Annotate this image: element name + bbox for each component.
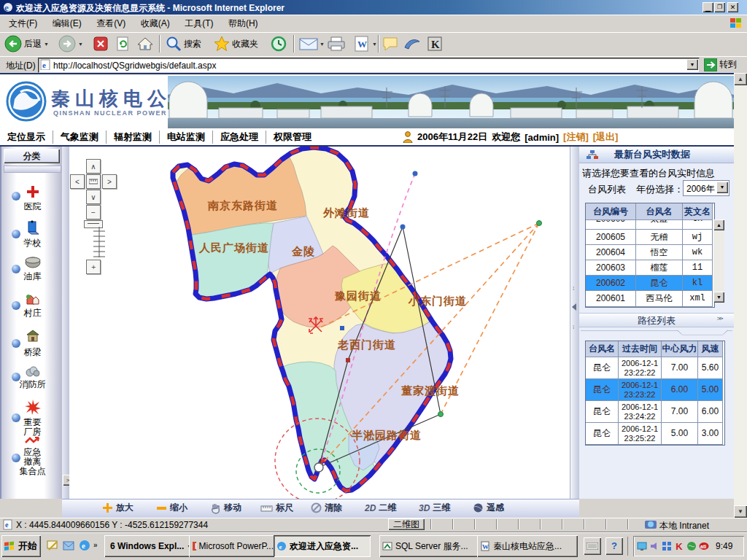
table-cell[interactable]: 7.00 bbox=[662, 357, 698, 379]
tray-display-icon[interactable] bbox=[637, 541, 647, 551]
menu-file[interactable]: 文件(F) bbox=[3, 15, 43, 33]
pan-down-button[interactable]: ∨ bbox=[86, 190, 101, 204]
exit-link[interactable]: [退出] bbox=[593, 131, 619, 144]
sidebar-item-bridge[interactable]: 桥梁 bbox=[1, 329, 63, 357]
quicklaunch-overflow-chevron[interactable]: » bbox=[93, 541, 98, 549]
table-cell[interactable]: 200603 bbox=[586, 260, 636, 276]
table-cell[interactable]: 2006-12-1 23:22:22 bbox=[619, 357, 662, 379]
favorites-button[interactable]: 收藏夹 bbox=[213, 34, 258, 53]
table-cell[interactable]: 5.00 bbox=[662, 423, 698, 445]
minimize-button[interactable]: ▁ bbox=[703, 2, 713, 12]
search-button[interactable]: 搜索 bbox=[165, 34, 201, 53]
map-tool-zoom-in[interactable]: 放大 bbox=[102, 502, 133, 514]
table-cell-selected[interactable]: 2006-12-1 23:23:22 bbox=[619, 379, 662, 401]
menu-help[interactable]: 帮助(H) bbox=[222, 15, 264, 33]
menu-tools[interactable]: 工具(T) bbox=[179, 15, 219, 33]
path-list-header[interactable]: 路径列表 ≫ bbox=[579, 313, 734, 327]
close-button[interactable]: ✕ bbox=[727, 2, 738, 12]
forward-button[interactable]: ▼ bbox=[58, 34, 83, 53]
tray-green-orb-icon[interactable] bbox=[686, 541, 697, 551]
taskbar-button-sqlserver[interactable]: SQL Server 服务... bbox=[379, 535, 479, 557]
back-button[interactable]: 后退 ▼ bbox=[4, 34, 49, 53]
menu-view[interactable]: 查看(V) bbox=[90, 15, 131, 33]
sidebar-item-oil-depot[interactable]: 油库 bbox=[1, 256, 63, 281]
table-cell-selected[interactable]: 6.00 bbox=[662, 379, 698, 401]
sidebar-item-evacuation-point[interactable]: 应急 撤离 集合点 bbox=[1, 435, 63, 476]
map-tool-ruler[interactable]: 标尺 bbox=[260, 502, 293, 514]
messenger-button[interactable] bbox=[403, 34, 422, 53]
table-cell-selected[interactable]: kl bbox=[683, 276, 713, 291]
table-cell[interactable]: 11 bbox=[683, 260, 713, 276]
home-button[interactable] bbox=[136, 34, 154, 53]
table-cell[interactable]: 200604 bbox=[586, 245, 636, 260]
tray-volume-icon[interactable] bbox=[649, 541, 659, 551]
pan-up-button[interactable]: ∧ bbox=[86, 159, 101, 174]
zoom-in-bottom-button[interactable]: ＋ bbox=[86, 260, 101, 274]
table-cell[interactable]: 2006-12-1 23:24:22 bbox=[619, 401, 662, 423]
discuss-button[interactable] bbox=[382, 34, 398, 53]
map-tool-pan[interactable]: 移动 bbox=[210, 502, 241, 514]
table-cell[interactable]: 榴莲 bbox=[636, 260, 683, 276]
taskbar-button-active-ie[interactable]: e 欢迎进入应急资... bbox=[274, 535, 371, 557]
tray-antivirus-icon[interactable]: K bbox=[674, 541, 684, 552]
address-input[interactable]: e http://localhost/QSgridwebgis/default.… bbox=[38, 58, 700, 73]
start-button[interactable]: 开始 bbox=[1, 535, 41, 557]
sidebar-item-school[interactable]: 学校 bbox=[1, 219, 63, 248]
panel-splitter[interactable]: ⁞ ⁞ bbox=[570, 147, 579, 499]
zoom-slider-track[interactable] bbox=[91, 227, 107, 257]
table-cell[interactable]: 昆仑 bbox=[586, 423, 619, 445]
sidebar-header[interactable]: 分类 bbox=[4, 149, 60, 163]
table-cell[interactable]: 太虚 bbox=[636, 220, 683, 230]
map-tool-remote-sensing[interactable]: 遥感 bbox=[473, 502, 504, 514]
nav-tab-permission[interactable]: 权限管理 bbox=[266, 131, 319, 144]
quicklaunch-ie-icon[interactable]: e bbox=[79, 540, 91, 552]
address-dropdown-button[interactable]: ▼ bbox=[686, 59, 698, 70]
sidebar-splitter[interactable]: > bbox=[62, 147, 69, 499]
nav-tab-weather[interactable]: 气象监测 bbox=[53, 131, 107, 144]
quicklaunch-desktop-icon[interactable] bbox=[47, 540, 59, 552]
sidebar-collapse-strip[interactable] bbox=[4, 166, 61, 173]
sidebar-item-village[interactable]: 村庄 bbox=[1, 292, 63, 318]
column-header[interactable]: 台风名 bbox=[636, 203, 683, 220]
scroll-up-button[interactable]: ▲ bbox=[713, 219, 724, 230]
splitter-tab[interactable] bbox=[677, 330, 728, 335]
zoom-out-top-button[interactable]: − bbox=[86, 205, 101, 219]
refresh-button[interactable] bbox=[115, 34, 131, 53]
table-cell-selected[interactable]: 200602 bbox=[586, 276, 636, 291]
table-cell[interactable]: 昆仑 bbox=[586, 357, 619, 379]
pan-left-button[interactable]: < bbox=[70, 174, 85, 189]
table-cell[interactable]: tx bbox=[683, 220, 713, 230]
history-button[interactable] bbox=[270, 34, 287, 53]
collapse-chevron-icon[interactable]: ≫ bbox=[717, 316, 724, 322]
column-header[interactable]: 英文名 bbox=[683, 203, 713, 220]
map-area[interactable]: 南京东路街道 外滩街道 人民广场街道 金陵 豫园街道 小东门街道 老西门街道 董… bbox=[69, 147, 570, 499]
table-cell[interactable]: 200606 bbox=[586, 220, 636, 230]
table-scrollbar[interactable]: ▲ ▼ bbox=[713, 219, 724, 303]
table-cell[interactable]: 6.00 bbox=[698, 401, 723, 423]
map-tool-2d[interactable]: 2D 二维 bbox=[365, 502, 396, 514]
table-cell[interactable]: 200605 bbox=[586, 230, 636, 245]
column-header[interactable]: 中心风力 bbox=[662, 341, 698, 357]
menu-favorites[interactable]: 收藏(A) bbox=[135, 15, 176, 33]
menu-edit[interactable]: 编辑(E) bbox=[47, 15, 88, 33]
table-cell[interactable]: xml bbox=[683, 291, 713, 307]
table-cell[interactable]: 3.00 bbox=[698, 423, 723, 445]
column-header[interactable]: 过去时间 bbox=[619, 341, 662, 357]
column-header[interactable]: 台风名 bbox=[586, 341, 619, 357]
table-cell[interactable]: 2006-12-1 23:25:22 bbox=[619, 423, 662, 445]
table-cell[interactable]: 5.60 bbox=[698, 357, 723, 379]
taskbar-button-powerpoint[interactable]: P Microsoft PowerP... bbox=[189, 535, 276, 557]
table-cell-selected[interactable]: 昆仑 bbox=[636, 276, 683, 291]
edit-word-button[interactable]: W ▼ bbox=[353, 34, 377, 53]
table-cell[interactable]: 无稽 bbox=[636, 230, 683, 245]
sidebar-item-hospital[interactable]: 医院 bbox=[1, 184, 63, 211]
tray-ati-icon[interactable]: ati bbox=[699, 541, 709, 551]
go-button[interactable]: 转到 bbox=[704, 58, 742, 71]
pan-center-button[interactable] bbox=[86, 174, 101, 189]
map-tool-zoom-out[interactable]: 缩小 bbox=[156, 502, 187, 514]
stop-button[interactable] bbox=[93, 34, 109, 53]
sidebar-item-important-plant[interactable]: 重要 厂房 bbox=[1, 399, 63, 437]
table-cell[interactable]: 西马伦 bbox=[636, 291, 683, 307]
nav-tab-station[interactable]: 电站监测 bbox=[160, 131, 213, 144]
table-cell-selected[interactable]: 5.00 bbox=[698, 379, 723, 401]
